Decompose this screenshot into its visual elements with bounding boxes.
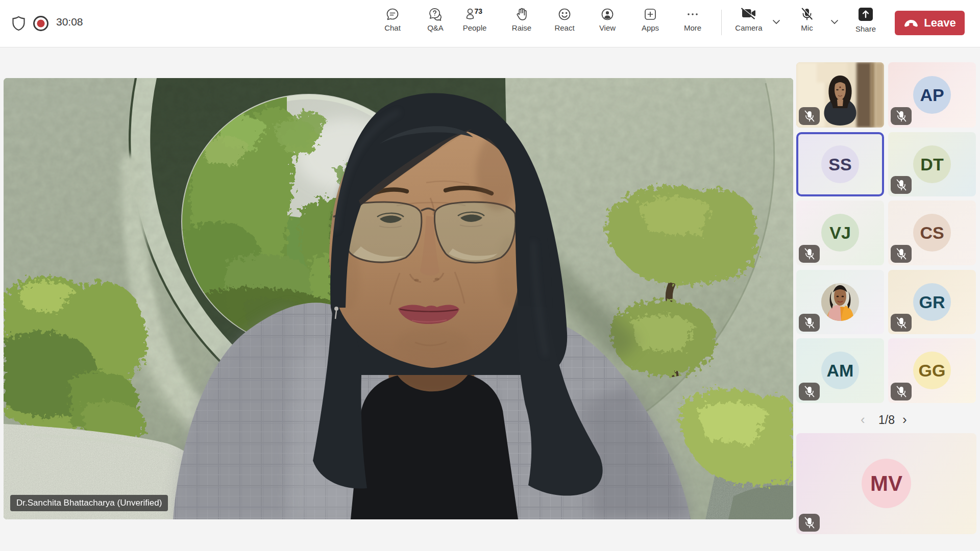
svg-text:73: 73 <box>475 7 483 15</box>
